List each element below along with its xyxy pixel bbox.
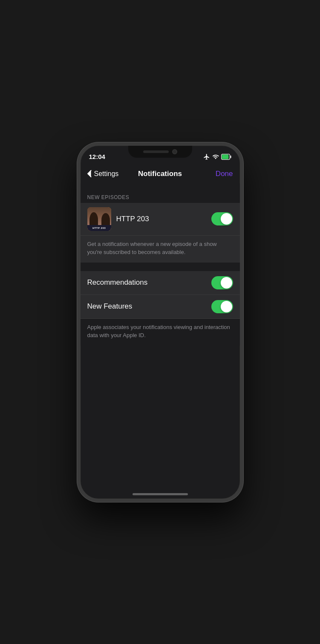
back-button[interactable]: Settings [87,170,119,178]
spacer-mid [81,263,240,271]
http203-artwork: HTTP 203 [87,207,111,231]
chevron-left-icon [87,170,92,177]
nav-title: Notifications [138,170,182,178]
http203-toggle-knob [221,213,232,225]
section-header-new-episodes: NEW EPISODES [81,192,240,203]
done-button[interactable]: Done [216,170,233,178]
status-time: 12:04 [89,153,105,160]
list-item-http203: HTTP 203 HTTP 203 [81,203,240,236]
airplane-icon [203,153,210,160]
new-features-label: New Features [87,302,211,311]
spacer-top [81,183,240,192]
podcast-thumbnail-http203: HTTP 203 [87,207,111,231]
home-indicator [133,493,188,495]
nav-bar: Settings Notifications Done [81,165,240,183]
new-features-toggle-knob [221,301,232,312]
svg-rect-1 [230,156,231,158]
notch-camera [172,149,177,154]
recommendations-label: Recommendations [87,278,211,287]
http203-label-text: HTTP 203 [116,215,211,223]
list-item-recommendations: Recommendations [81,271,240,295]
list-item-new-features: New Features [81,295,240,319]
status-icons [203,153,231,160]
footer-text: Apple associates your notifications view… [81,319,240,346]
new-features-toggle[interactable] [211,300,233,313]
new-episodes-description: Get a notification whenever a new episod… [81,236,240,263]
notch [128,146,192,158]
http203-label: HTTP 203 [87,225,111,231]
http203-toggle[interactable] [211,212,233,225]
recommendations-toggle-knob [221,277,232,289]
battery-icon [221,154,231,160]
http203-people [87,207,111,225]
wifi-icon [212,153,219,160]
phone-frame: 12:04 Settings Notif [77,142,243,502]
back-label: Settings [94,170,119,178]
notch-pill [143,150,169,153]
recommendations-toggle[interactable] [211,276,233,289]
scroll-content: NEW EPISODES HTTP 203 HTTP 203 Get a not… [81,183,240,499]
svg-rect-2 [222,154,228,159]
